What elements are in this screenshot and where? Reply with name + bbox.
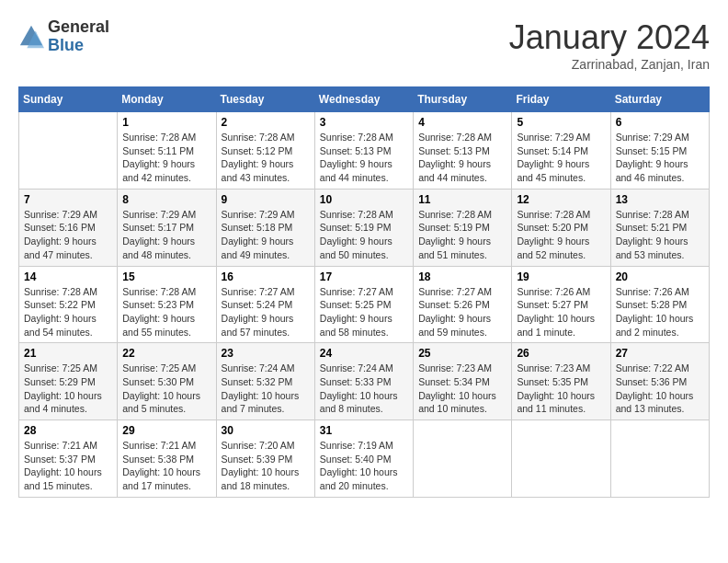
day-number: 19	[517, 270, 605, 283]
day-cell: 25Sunrise: 7:23 AMSunset: 5:34 PMDayligh…	[414, 343, 512, 420]
day-number: 14	[24, 270, 112, 283]
day-info: Sunrise: 7:22 AMSunset: 5:36 PMDaylight:…	[616, 362, 704, 416]
day-info: Sunrise: 7:21 AMSunset: 5:38 PMDaylight:…	[122, 439, 210, 493]
day-cell: 28Sunrise: 7:21 AMSunset: 5:37 PMDayligh…	[19, 420, 118, 498]
header-monday: Monday	[118, 87, 216, 112]
week-row-4: 21Sunrise: 7:25 AMSunset: 5:29 PMDayligh…	[19, 343, 710, 420]
day-info: Sunrise: 7:29 AMSunset: 5:18 PMDaylight:…	[222, 208, 310, 262]
day-number: 20	[616, 270, 704, 283]
day-info: Sunrise: 7:28 AMSunset: 5:13 PMDaylight:…	[418, 131, 506, 185]
day-cell	[610, 420, 709, 498]
day-number: 1	[122, 116, 210, 129]
day-cell: 3Sunrise: 7:28 AMSunset: 5:13 PMDaylight…	[314, 112, 413, 190]
day-info: Sunrise: 7:28 AMSunset: 5:12 PMDaylight:…	[222, 131, 310, 185]
day-cell: 24Sunrise: 7:24 AMSunset: 5:33 PMDayligh…	[314, 343, 413, 420]
calendar-table: SundayMondayTuesdayWednesdayThursdayFrid…	[18, 86, 710, 498]
day-number: 16	[222, 270, 310, 283]
day-cell: 12Sunrise: 7:28 AMSunset: 5:20 PMDayligh…	[512, 189, 610, 266]
logo-icon	[18, 24, 44, 50]
day-info: Sunrise: 7:28 AMSunset: 5:19 PMDaylight:…	[320, 208, 408, 262]
day-cell: 22Sunrise: 7:25 AMSunset: 5:30 PMDayligh…	[118, 343, 216, 420]
day-cell: 20Sunrise: 7:26 AMSunset: 5:28 PMDayligh…	[610, 266, 709, 343]
day-cell: 10Sunrise: 7:28 AMSunset: 5:19 PMDayligh…	[314, 189, 413, 266]
day-cell: 31Sunrise: 7:19 AMSunset: 5:40 PMDayligh…	[314, 420, 413, 498]
header-tuesday: Tuesday	[216, 87, 314, 112]
day-info: Sunrise: 7:28 AMSunset: 5:19 PMDaylight:…	[418, 208, 506, 262]
day-cell: 15Sunrise: 7:28 AMSunset: 5:23 PMDayligh…	[118, 266, 216, 343]
day-cell: 4Sunrise: 7:28 AMSunset: 5:13 PMDaylight…	[414, 112, 512, 190]
day-number: 24	[320, 347, 408, 360]
day-cell: 27Sunrise: 7:22 AMSunset: 5:36 PMDayligh…	[610, 343, 709, 420]
day-info: Sunrise: 7:29 AMSunset: 5:17 PMDaylight:…	[122, 208, 210, 262]
day-number: 27	[616, 347, 704, 360]
day-cell: 26Sunrise: 7:23 AMSunset: 5:35 PMDayligh…	[512, 343, 610, 420]
day-info: Sunrise: 7:29 AMSunset: 5:16 PMDaylight:…	[24, 208, 112, 262]
day-cell: 6Sunrise: 7:29 AMSunset: 5:15 PMDaylight…	[610, 112, 709, 190]
day-number: 23	[222, 347, 310, 360]
day-info: Sunrise: 7:24 AMSunset: 5:32 PMDaylight:…	[222, 362, 310, 416]
header-friday: Friday	[512, 87, 610, 112]
title-area: January 2024 Zarrinabad, Zanjan, Iran	[509, 18, 710, 72]
day-number: 31	[320, 424, 408, 437]
day-cell	[19, 112, 118, 190]
day-number: 2	[222, 116, 310, 129]
day-cell: 13Sunrise: 7:28 AMSunset: 5:21 PMDayligh…	[610, 189, 709, 266]
day-info: Sunrise: 7:25 AMSunset: 5:29 PMDaylight:…	[24, 362, 112, 416]
day-info: Sunrise: 7:28 AMSunset: 5:13 PMDaylight:…	[320, 131, 408, 185]
header-saturday: Saturday	[610, 87, 709, 112]
day-number: 3	[320, 116, 408, 129]
day-info: Sunrise: 7:28 AMSunset: 5:23 PMDaylight:…	[122, 285, 210, 339]
day-cell: 2Sunrise: 7:28 AMSunset: 5:12 PMDaylight…	[216, 112, 314, 190]
week-row-5: 28Sunrise: 7:21 AMSunset: 5:37 PMDayligh…	[19, 420, 710, 498]
day-number: 29	[122, 424, 210, 437]
day-info: Sunrise: 7:28 AMSunset: 5:21 PMDaylight:…	[616, 208, 704, 262]
day-info: Sunrise: 7:23 AMSunset: 5:35 PMDaylight:…	[517, 362, 605, 416]
day-number: 8	[122, 193, 210, 206]
day-cell: 21Sunrise: 7:25 AMSunset: 5:29 PMDayligh…	[19, 343, 118, 420]
month-title: January 2024	[509, 18, 710, 57]
day-cell: 17Sunrise: 7:27 AMSunset: 5:25 PMDayligh…	[314, 266, 413, 343]
day-info: Sunrise: 7:29 AMSunset: 5:15 PMDaylight:…	[616, 131, 704, 185]
day-cell: 29Sunrise: 7:21 AMSunset: 5:38 PMDayligh…	[118, 420, 216, 498]
day-number: 25	[418, 347, 506, 360]
day-cell: 16Sunrise: 7:27 AMSunset: 5:24 PMDayligh…	[216, 266, 314, 343]
day-info: Sunrise: 7:28 AMSunset: 5:11 PMDaylight:…	[122, 131, 210, 185]
week-row-3: 14Sunrise: 7:28 AMSunset: 5:22 PMDayligh…	[19, 266, 710, 343]
day-info: Sunrise: 7:20 AMSunset: 5:39 PMDaylight:…	[222, 439, 310, 493]
day-number: 28	[24, 424, 112, 437]
week-row-2: 7Sunrise: 7:29 AMSunset: 5:16 PMDaylight…	[19, 189, 710, 266]
day-cell: 7Sunrise: 7:29 AMSunset: 5:16 PMDaylight…	[19, 189, 118, 266]
day-number: 17	[320, 270, 408, 283]
day-info: Sunrise: 7:26 AMSunset: 5:27 PMDaylight:…	[517, 285, 605, 339]
logo-text: General Blue	[48, 18, 109, 55]
logo: General Blue	[18, 18, 109, 55]
day-cell: 14Sunrise: 7:28 AMSunset: 5:22 PMDayligh…	[19, 266, 118, 343]
day-info: Sunrise: 7:24 AMSunset: 5:33 PMDaylight:…	[320, 362, 408, 416]
day-info: Sunrise: 7:27 AMSunset: 5:24 PMDaylight:…	[222, 285, 310, 339]
header-wednesday: Wednesday	[314, 87, 413, 112]
day-number: 18	[418, 270, 506, 283]
page-header: General Blue January 2024 Zarrinabad, Za…	[18, 18, 710, 72]
day-info: Sunrise: 7:27 AMSunset: 5:25 PMDaylight:…	[320, 285, 408, 339]
day-number: 21	[24, 347, 112, 360]
day-cell: 19Sunrise: 7:26 AMSunset: 5:27 PMDayligh…	[512, 266, 610, 343]
day-cell: 8Sunrise: 7:29 AMSunset: 5:17 PMDaylight…	[118, 189, 216, 266]
day-number: 6	[616, 116, 704, 129]
calendar-header-row: SundayMondayTuesdayWednesdayThursdayFrid…	[19, 87, 710, 112]
day-cell	[414, 420, 512, 498]
day-number: 15	[122, 270, 210, 283]
day-info: Sunrise: 7:23 AMSunset: 5:34 PMDaylight:…	[418, 362, 506, 416]
day-number: 9	[222, 193, 310, 206]
day-number: 7	[24, 193, 112, 206]
day-info: Sunrise: 7:26 AMSunset: 5:28 PMDaylight:…	[616, 285, 704, 339]
week-row-1: 1Sunrise: 7:28 AMSunset: 5:11 PMDaylight…	[19, 112, 710, 190]
day-info: Sunrise: 7:28 AMSunset: 5:22 PMDaylight:…	[24, 285, 112, 339]
day-info: Sunrise: 7:25 AMSunset: 5:30 PMDaylight:…	[122, 362, 210, 416]
day-cell: 23Sunrise: 7:24 AMSunset: 5:32 PMDayligh…	[216, 343, 314, 420]
day-number: 12	[517, 193, 605, 206]
day-cell	[512, 420, 610, 498]
day-info: Sunrise: 7:21 AMSunset: 5:37 PMDaylight:…	[24, 439, 112, 493]
day-number: 26	[517, 347, 605, 360]
day-number: 5	[517, 116, 605, 129]
day-cell: 1Sunrise: 7:28 AMSunset: 5:11 PMDaylight…	[118, 112, 216, 190]
